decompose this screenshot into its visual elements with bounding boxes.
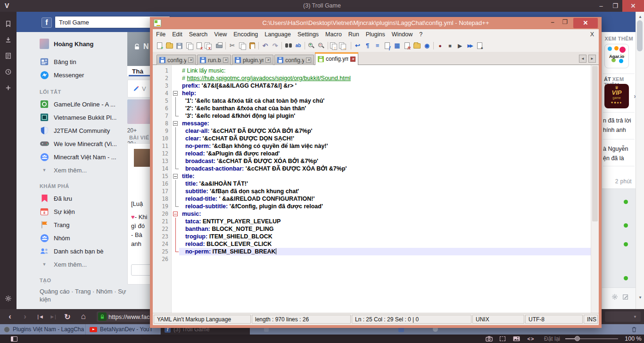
menu-search[interactable]: Search <box>186 29 211 40</box>
settings-gear-icon[interactable] <box>0 292 17 304</box>
explorer-icon[interactable] <box>412 41 422 50</box>
scrollbar-thumb[interactable] <box>637 20 643 51</box>
tab-discussion[interactable]: Thả <box>132 68 143 75</box>
editor-area[interactable]: 1234567891011121314151617181920212223242… <box>153 65 599 313</box>
reload-button[interactable]: ↻ <box>61 309 74 324</box>
selection-capture-icon[interactable] <box>498 335 507 342</box>
sidebar-item[interactable]: Danh sách bạn bè <box>40 245 139 257</box>
tab-scroll-right[interactable]: ► <box>588 55 596 63</box>
sidebar-item[interactable]: 8Sự kiện <box>40 206 139 217</box>
editor-scrollbar-thumb[interactable] <box>592 66 598 221</box>
tab-close-icon[interactable]: ✕ <box>265 57 271 63</box>
word-wrap-icon[interactable]: ↩ <box>353 41 363 50</box>
agario-game-icon[interactable]: Agar.io <box>604 44 629 68</box>
undo-icon[interactable]: ↶ <box>260 41 270 50</box>
tab-scroll-left[interactable]: ◄ <box>579 55 586 63</box>
forward-button[interactable]: › <box>19 309 31 324</box>
panel-toggle-icon[interactable] <box>10 335 18 342</box>
play-macro-icon[interactable]: ▶ <box>455 41 465 50</box>
menu-plugins[interactable]: Plugins <box>363 29 388 40</box>
sidebar-item[interactable]: Minecraft Việt Nam - ...5 <box>40 151 139 163</box>
sync-horizontal-icon[interactable]: ↔ <box>339 41 349 50</box>
fold-marker[interactable] <box>173 91 178 96</box>
function-list-icon[interactable]: ƒ <box>382 41 392 50</box>
history-panel-icon[interactable] <box>0 65 17 78</box>
npp-tab-run.bat[interactable]: run.bat✕ <box>197 55 231 65</box>
image-toggle-icon[interactable] <box>512 335 520 342</box>
download-panel-icon[interactable] <box>0 33 17 46</box>
new-message-icon[interactable] <box>622 294 629 300</box>
preview-icon[interactable]: ◉ <box>422 41 432 50</box>
ticker-item[interactable]: n đã trả lờihính anh <box>603 116 631 135</box>
npp-close-button[interactable]: ✕ <box>573 18 598 28</box>
sidebar-item[interactable]: Bảng tin <box>40 56 139 67</box>
chat-settings-gear-icon[interactable] <box>611 294 618 300</box>
doc-map-icon[interactable]: ▦ <box>392 41 402 50</box>
rewind-button[interactable]: |◄ <box>35 309 46 324</box>
npp-restore-button[interactable]: ❐ <box>559 18 570 27</box>
dropdown-arrow-icon[interactable]: ▼ <box>633 315 637 319</box>
notes-panel-icon[interactable] <box>0 49 17 62</box>
sync-vertical-icon[interactable]: ↕ <box>330 41 339 50</box>
stop-macro-icon[interactable]: ■ <box>445 41 455 50</box>
cut-icon[interactable]: ✂ <box>227 41 237 50</box>
save-icon[interactable] <box>174 41 184 50</box>
sidebar-item[interactable]: J2TEAM Community20+ <box>40 125 139 136</box>
tab-close-icon[interactable]: ✕ <box>350 57 355 62</box>
vip-game-icon[interactable]: ♛ VIP game ♥♣♠♦ <box>604 84 629 108</box>
scroll-down-arrow[interactable]: ▼ <box>638 295 642 300</box>
zoom-in-icon[interactable]: + <box>306 41 316 50</box>
zoom-reset-button[interactable]: Đặt lại <box>542 335 562 342</box>
fast-forward-button[interactable]: ►| <box>47 309 58 324</box>
menu-file[interactable]: File <box>153 29 169 40</box>
fold-marker[interactable] <box>173 121 178 126</box>
notepadpp-titlebar[interactable]: C:\Users\HaSon\Desktop\Vietnet\Mjncrak\p… <box>150 17 602 29</box>
sidebar-item[interactable]: Trang <box>40 219 139 230</box>
menu-settings[interactable]: Settings <box>294 29 322 40</box>
menu-window[interactable]: Window <box>388 29 416 40</box>
doc-switcher-close[interactable]: X <box>590 31 599 38</box>
zoom-slider-knob[interactable] <box>575 336 580 341</box>
bookmark-panel-icon[interactable] <box>0 17 17 30</box>
close-all-icon[interactable]: x <box>204 41 214 50</box>
sidebar-item[interactable]: We love Minecraft (Vi...20+ <box>40 138 139 149</box>
npp-tab-plugin.yml[interactable]: plugin.yml✕ <box>232 55 273 65</box>
fold-marker[interactable] <box>173 212 178 216</box>
code-text[interactable]: # Link lấy music:# https://hub.spigotmc.… <box>179 65 591 313</box>
browser-search-field[interactable]: ▼ <box>605 311 641 322</box>
tab-close-icon[interactable]: ✕ <box>306 57 311 63</box>
sidebar-item[interactable]: Đã lưu3 <box>40 193 139 204</box>
npp-tab-config.yml[interactable]: config.yml✕ <box>157 55 196 65</box>
capture-page-icon[interactable] <box>485 335 493 342</box>
plus-panel-icon[interactable] <box>0 82 17 94</box>
sidebar-item[interactable]: GameLife Online - A ...1 <box>40 98 139 110</box>
scroll-up-arrow[interactable]: ▲ <box>638 15 642 19</box>
window-minimize-button[interactable]: – <box>594 0 608 12</box>
tab-close-icon[interactable]: ✕ <box>188 57 193 63</box>
close-file-icon[interactable]: x <box>194 41 204 50</box>
show-symbols-icon[interactable]: ¶ <box>363 41 372 50</box>
page-actions-icon[interactable]: <> <box>526 335 536 342</box>
menu-edit[interactable]: Edit <box>169 29 186 40</box>
home-button[interactable]: ⌂ <box>77 309 90 324</box>
sidebar-item[interactable]: Nhóm8 <box>40 232 139 244</box>
menu-[interactable]: ? <box>416 29 426 40</box>
sidebar-item[interactable]: Vietnamese Bukkit Pl... <box>40 112 139 123</box>
menu-encoding[interactable]: Encoding <box>230 29 261 40</box>
sidebar-item[interactable]: Messenger <box>40 69 139 81</box>
menu-macro[interactable]: Macro <box>322 29 345 40</box>
zoom-slider[interactable] <box>564 335 619 342</box>
tab-close-icon[interactable]: ✕ <box>223 57 228 63</box>
npp-minimize-button[interactable]: – <box>547 18 558 27</box>
ticker-item[interactable]: à Nguyễnện đã là <box>603 144 628 163</box>
browser-tab[interactable]: Plugins Việt Nam - LaggCha <box>0 324 86 335</box>
zoom-out-icon[interactable]: − <box>316 41 326 50</box>
see-more-link[interactable]: XEM THÊM <box>605 36 633 41</box>
print-icon[interactable] <box>214 41 224 50</box>
record-macro-icon[interactable]: ● <box>435 41 445 50</box>
page-scrollbar[interactable]: ▲ ▼ <box>636 12 644 309</box>
create-links[interactable]: Quảng cáo · Trang · Nhóm · Sự kiện <box>40 287 139 304</box>
run-macro-multi-icon[interactable]: ▶▶ <box>465 41 475 50</box>
window-close-button[interactable]: ✕ <box>622 0 644 12</box>
save-all-icon[interactable] <box>184 41 194 50</box>
